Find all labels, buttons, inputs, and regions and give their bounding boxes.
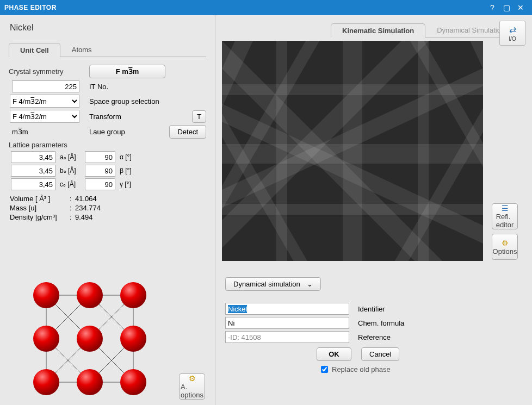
swap-icon: ⇄ xyxy=(509,24,516,35)
mass-value: 234.774 xyxy=(75,204,206,212)
reference-label: Reference xyxy=(358,333,391,341)
close-icon[interactable]: ✕ xyxy=(514,3,528,12)
transform-select[interactable]: F 4/m3̅2/m xyxy=(10,110,79,123)
ok-button[interactable]: OK xyxy=(317,347,351,361)
simulation-row: ☰ Refl. editor ⚙ Options xyxy=(222,40,525,261)
dynamical-sim-button[interactable]: Dynamical simulation ⌄ xyxy=(225,277,321,291)
crystal-symmetry-label: Crystal symmetry xyxy=(9,67,79,76)
identifier-label: Identifier xyxy=(358,305,385,313)
svg-point-7 xyxy=(33,282,59,308)
side-buttons: ☰ Refl. editor ⚙ Options xyxy=(492,40,518,261)
it-no-input[interactable] xyxy=(12,80,79,92)
alpha-unit: α [°] xyxy=(120,153,136,161)
bottom-block: Dynamical simulation ⌄ Nickel Identifier… xyxy=(225,277,525,375)
svg-point-14 xyxy=(77,369,103,395)
density-label: Density [g/cm³] xyxy=(10,213,70,221)
right-pane: ⇄ I/O Kinematic Simulation Dynamical Sim… xyxy=(215,15,532,405)
space-group-button[interactable]: F m3̅m xyxy=(89,65,165,78)
reference-input[interactable] xyxy=(225,331,349,343)
svg-point-10 xyxy=(33,326,59,352)
replace-old-checkbox[interactable] xyxy=(321,366,328,373)
gamma-input[interactable] xyxy=(85,178,115,190)
formula-input[interactable] xyxy=(225,317,349,329)
mass-label: Mass [u] xyxy=(10,204,70,212)
refl-editor-button[interactable]: ☰ Refl. editor xyxy=(492,203,518,229)
transform-label: Transform xyxy=(89,113,182,121)
window-title: PHASE EDITOR xyxy=(4,4,485,11)
b-input[interactable] xyxy=(11,165,55,177)
titlebar: PHASE EDITOR ? ▢ ✕ xyxy=(0,0,532,15)
density-value: 9.494 xyxy=(75,213,206,221)
gamma-unit: γ [°] xyxy=(120,180,136,188)
beta-unit: β [°] xyxy=(120,167,136,175)
content: Nickel Unit Cell Atoms Crystal symmetry … xyxy=(0,15,532,405)
left-tabs: Unit Cell Atoms xyxy=(9,42,206,57)
left-pane: Nickel Unit Cell Atoms Crystal symmetry … xyxy=(0,15,215,405)
cancel-button[interactable]: Cancel xyxy=(361,347,399,361)
formula-label: Chem. formula xyxy=(358,319,404,327)
space-group-select[interactable]: F 4/m3̅2/m xyxy=(10,95,79,108)
unit-cell-view[interactable] xyxy=(27,276,152,401)
svg-point-9 xyxy=(120,282,146,308)
tab-unit-cell[interactable]: Unit Cell xyxy=(9,43,60,57)
a-input[interactable] xyxy=(11,151,55,163)
a-unit: aₒ [Å] xyxy=(60,153,82,161)
lattice-params-label: Lattice parameters xyxy=(9,141,206,149)
laue-label: Laue group xyxy=(89,128,159,136)
c-input[interactable] xyxy=(11,178,55,190)
options-button[interactable]: ⚙ Options xyxy=(492,234,518,260)
phase-name: Nickel xyxy=(10,23,206,33)
list-icon: ☰ xyxy=(502,204,509,213)
help-icon[interactable]: ? xyxy=(485,3,499,12)
svg-point-11 xyxy=(77,326,103,352)
a-options-button[interactable]: ⚙ A. options xyxy=(179,373,205,400)
replace-old-label: Replace old phase xyxy=(332,365,391,373)
alpha-input[interactable] xyxy=(85,151,115,163)
chevron-down-icon: ⌄ xyxy=(307,280,313,288)
right-tabs: Kinematic Simulation Dynamical Simulatio… xyxy=(331,23,523,38)
svg-point-12 xyxy=(120,326,146,352)
detect-button[interactable]: Detect xyxy=(169,125,206,139)
it-no-label: IT No. xyxy=(89,83,206,91)
identifier-input[interactable]: Nickel xyxy=(225,303,349,315)
transform-t-button[interactable]: T xyxy=(192,110,206,123)
c-unit: cₒ [Å] xyxy=(60,180,82,188)
info-grid: Volume [ Å³ ]:41.064 Mass [u]:234.774 De… xyxy=(10,195,206,221)
beta-input[interactable] xyxy=(85,165,115,177)
svg-point-13 xyxy=(33,369,59,395)
laue-value: m3̅m xyxy=(9,128,79,136)
b-unit: bₒ [Å] xyxy=(60,167,82,175)
volume-label: Volume [ Å³ ] xyxy=(10,195,70,203)
io-button[interactable]: ⇄ I/O xyxy=(499,21,525,46)
tab-atoms[interactable]: Atoms xyxy=(60,42,103,57)
options-icon: ⚙ xyxy=(502,239,509,247)
options-icon: ⚙ xyxy=(189,374,196,383)
simulation-canvas[interactable] xyxy=(222,41,483,261)
space-group-label: Space group selection xyxy=(89,97,206,105)
maximize-icon[interactable]: ▢ xyxy=(499,3,514,12)
lattice-grid: aₒ [Å] α [°] bₒ [Å] β [°] cₒ [Å] γ [°] xyxy=(11,151,206,190)
svg-point-15 xyxy=(120,369,146,395)
svg-point-8 xyxy=(77,282,103,308)
volume-value: 41.064 xyxy=(75,195,206,203)
tab-kinematic[interactable]: Kinematic Simulation xyxy=(331,23,425,38)
